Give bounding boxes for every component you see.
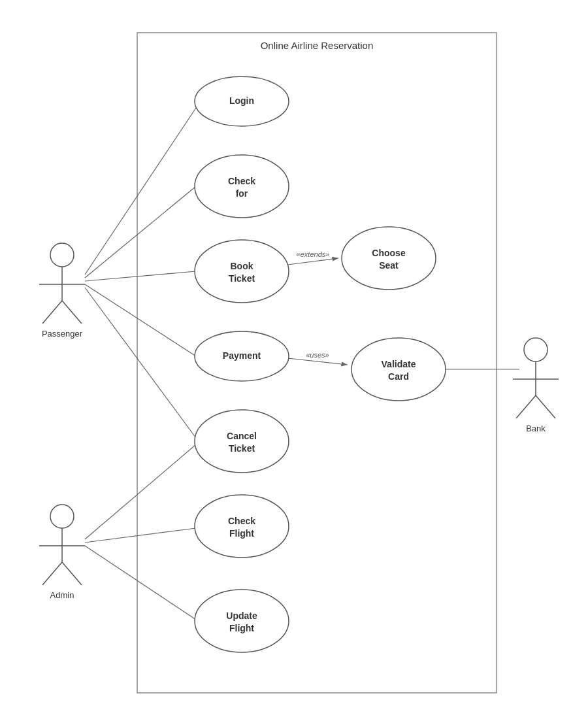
svg-point-24 [195,590,289,652]
use-case-checkfor-label2: for [236,188,248,199]
use-case-bookticket-label2: Ticket [229,273,255,284]
use-case-cancelticket-label1: Cancel [227,431,257,441]
actor-passenger-label: Passenger [42,329,83,339]
svg-line-14 [516,395,536,418]
line-bookticket-chooseseat [287,258,338,265]
system-title: Online Airline Reservation [261,40,374,51]
use-case-login: Login [195,76,289,126]
svg-line-10 [62,562,82,585]
use-case-checkflight-label1: Check [228,516,255,526]
actor-passenger: Passenger [39,243,85,339]
use-case-check-for: Check for [195,155,289,218]
svg-point-18 [195,240,289,303]
use-case-chooseseat-label1: Choose [372,248,406,258]
use-case-payment: Payment [195,331,289,381]
use-case-update-flight: Update Flight [195,590,289,652]
svg-line-15 [536,395,555,418]
uses-label: «uses» [306,351,329,359]
use-case-bookticket-label1: Book [231,261,253,271]
svg-point-1 [50,243,74,267]
line-admin-updateflight [85,546,196,620]
use-case-cancel-ticket: Cancel Ticket [195,410,289,473]
use-case-payment-label: Payment [223,350,261,361]
actor-bank-label: Bank [526,424,546,433]
use-case-updateflight-label1: Update [226,610,257,621]
actor-admin: Admin [39,505,85,600]
svg-line-5 [62,301,82,324]
svg-point-19 [342,227,436,290]
use-case-check-flight: Check Flight [195,495,289,558]
use-case-chooseseat-label2: Seat [379,260,399,271]
svg-point-21 [351,338,446,401]
line-passenger-checkfor [85,186,196,278]
extends-label: «extends» [297,250,330,258]
line-passenger-cancelticket [85,288,196,438]
svg-point-23 [195,495,289,558]
line-passenger-bookticket [85,271,196,281]
use-case-book-ticket: Book Ticket [195,240,289,303]
line-admin-cancelticket [85,444,196,539]
use-case-checkfor-label1: Check [228,176,255,186]
svg-point-6 [50,505,74,528]
use-case-choose-seat: Choose Seat [342,227,436,290]
svg-line-9 [42,562,62,585]
use-case-validatecard-label2: Card [388,371,409,382]
actor-bank: Bank [513,338,559,433]
use-case-updateflight-label2: Flight [229,623,254,633]
use-case-checkflight-label2: Flight [229,528,254,539]
use-case-validatecard-label1: Validate [382,359,416,369]
diagram-container: Online Airline Reservation «extends» «us… [0,0,588,719]
svg-line-4 [42,301,62,324]
use-case-cancelticket-label2: Ticket [229,443,255,454]
line-payment-validatecard [287,358,348,365]
line-passenger-payment [85,284,196,356]
line-admin-checkflight [85,528,196,543]
line-passenger-login [85,108,196,275]
svg-point-11 [524,338,547,361]
actor-admin-label: Admin [50,590,74,600]
svg-point-17 [195,155,289,218]
svg-point-22 [195,410,289,473]
use-case-login-label: Login [229,95,254,106]
use-case-validate-card: Validate Card [351,338,446,401]
